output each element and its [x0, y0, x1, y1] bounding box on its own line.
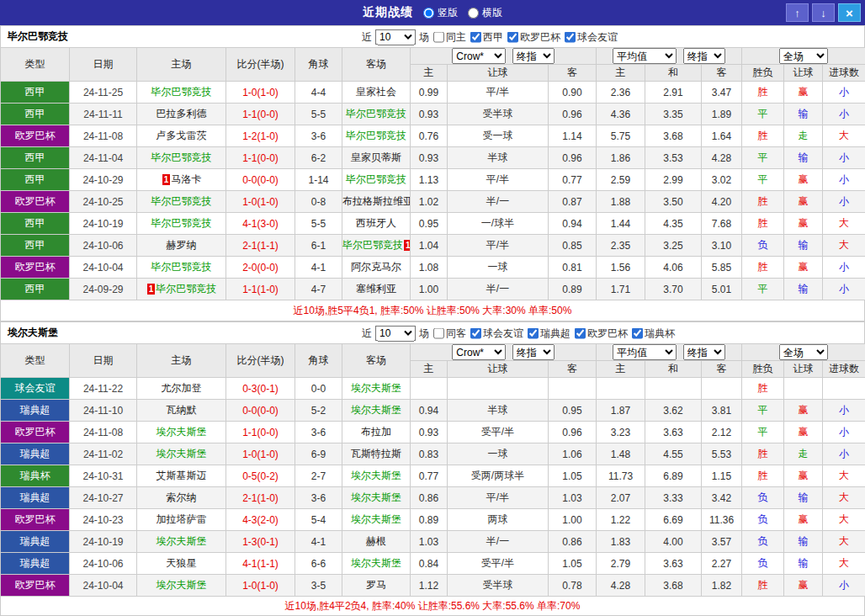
- full-match-select[interactable]: 全场: [779, 344, 828, 360]
- match-score[interactable]: 1-1(0-0): [226, 147, 295, 169]
- home-team[interactable]: 1毕尔巴鄂竞技: [137, 279, 226, 300]
- average-select[interactable]: 平均值: [613, 48, 677, 64]
- away-team[interactable]: 埃尔夫斯堡: [342, 487, 411, 509]
- home-team[interactable]: 毕尔巴鄂竞技: [137, 257, 226, 279]
- home-team[interactable]: 1马洛卡: [137, 169, 226, 191]
- away-team[interactable]: 皇家贝蒂斯: [342, 147, 411, 169]
- league-filter[interactable]: 瑞典杯: [632, 326, 676, 340]
- home-team[interactable]: 埃尔夫斯堡: [137, 575, 226, 597]
- home-team[interactable]: 艾斯基斯迈: [137, 465, 226, 487]
- home-team[interactable]: 赫罗纳: [137, 235, 226, 257]
- away-team[interactable]: 罗马: [342, 575, 411, 597]
- close-button[interactable]: ×: [838, 3, 861, 22]
- final-odds-select-2[interactable]: 终指: [683, 344, 725, 360]
- match-score[interactable]: 1-0(1-0): [226, 191, 295, 213]
- league-filter-checkbox[interactable]: [575, 327, 586, 338]
- match-count-select[interactable]: 10: [375, 29, 416, 45]
- avg-home-odds: 2.36: [597, 82, 645, 104]
- layout-vertical-radio[interactable]: [423, 8, 434, 19]
- away-team[interactable]: 塞维利亚: [342, 279, 411, 300]
- away-team[interactable]: 赫根: [342, 531, 411, 553]
- match-score[interactable]: 1-1(0-0): [226, 104, 295, 125]
- home-team[interactable]: 毕尔巴鄂竞技: [137, 82, 226, 104]
- scroll-down-button[interactable]: ↓: [812, 3, 835, 22]
- full-match-select[interactable]: 全场: [779, 48, 828, 64]
- match-score[interactable]: 0-5(0-2): [226, 465, 295, 487]
- away-team[interactable]: 瓦斯特拉斯: [342, 443, 411, 465]
- away-team[interactable]: 阿尔克马尔: [342, 257, 411, 279]
- home-team[interactable]: 索尔纳: [137, 487, 226, 509]
- home-team[interactable]: 加拉塔萨雷: [137, 509, 226, 531]
- match-score[interactable]: 4-1(1-1): [226, 553, 295, 575]
- home-team[interactable]: 埃尔夫斯堡: [137, 443, 226, 465]
- same-venue-filter[interactable]: 同主: [433, 29, 467, 44]
- final-odds-select[interactable]: 终指: [512, 48, 555, 64]
- league-filter[interactable]: 欧罗巴杯: [507, 29, 561, 44]
- away-team[interactable]: 西班牙人: [342, 213, 411, 235]
- away-team[interactable]: 埃尔夫斯堡: [342, 553, 411, 575]
- final-odds-select-2[interactable]: 终指: [683, 48, 725, 64]
- league-filter-checkbox[interactable]: [565, 31, 576, 42]
- match-score[interactable]: 1-2(1-0): [226, 125, 295, 147]
- same-venue-filter-checkbox[interactable]: [433, 327, 444, 338]
- home-team[interactable]: 毕尔巴鄂竞技: [137, 213, 226, 235]
- match-score[interactable]: 0-3(0-1): [226, 378, 295, 400]
- away-team[interactable]: 埃尔夫斯堡: [342, 465, 411, 487]
- layout-vertical-option[interactable]: 竖版: [423, 6, 458, 20]
- bookmaker-select[interactable]: Crow*: [452, 344, 506, 360]
- match-score[interactable]: 1-0(1-0): [226, 575, 295, 597]
- match-score[interactable]: 0-0(0-0): [226, 400, 295, 422]
- home-team[interactable]: 天狼星: [137, 553, 226, 575]
- same-venue-filter[interactable]: 同客: [433, 326, 467, 340]
- home-team[interactable]: 毕尔巴鄂竞技: [137, 191, 226, 213]
- final-odds-select[interactable]: 终指: [512, 344, 555, 360]
- league-filter[interactable]: 球会友谊: [470, 326, 524, 340]
- average-select[interactable]: 平均值: [613, 344, 677, 360]
- league-filter-checkbox[interactable]: [507, 31, 518, 42]
- match-score[interactable]: 1-0(1-0): [226, 443, 295, 465]
- scroll-up-button[interactable]: ↑: [786, 3, 809, 22]
- away-team[interactable]: 毕尔巴鄂竞技: [342, 125, 411, 147]
- match-score[interactable]: 1-3(0-1): [226, 531, 295, 553]
- home-team[interactable]: 埃尔夫斯堡: [137, 422, 226, 443]
- home-team[interactable]: 尤尔加登: [137, 378, 226, 400]
- league-filter[interactable]: 球会友谊: [565, 29, 618, 44]
- match-score[interactable]: 2-1(1-1): [226, 235, 295, 257]
- away-team[interactable]: 埃尔夫斯堡: [342, 509, 411, 531]
- league-filter[interactable]: 瑞典超: [528, 326, 571, 340]
- away-team[interactable]: 布拉格斯拉维亚: [342, 191, 411, 213]
- home-team[interactable]: 埃尔夫斯堡: [137, 531, 226, 553]
- layout-horizontal-option[interactable]: 横版: [468, 6, 502, 20]
- home-team[interactable]: 瓦纳默: [137, 400, 226, 422]
- league-filter[interactable]: 西甲: [470, 29, 504, 44]
- away-team[interactable]: 埃尔夫斯堡: [342, 378, 411, 400]
- bookmaker-select[interactable]: Crow*: [452, 48, 506, 64]
- match-score[interactable]: 2-0(0-0): [226, 257, 295, 279]
- match-score[interactable]: 1-0(1-0): [226, 82, 295, 104]
- same-venue-filter-checkbox[interactable]: [433, 31, 444, 42]
- match-count-select[interactable]: 10: [375, 325, 416, 341]
- home-odds: 0.86: [411, 487, 448, 509]
- match-score[interactable]: 0-0(0-0): [226, 169, 295, 191]
- away-team[interactable]: 埃尔夫斯堡: [342, 400, 411, 422]
- league-filter-checkbox[interactable]: [528, 327, 539, 338]
- away-team[interactable]: 毕尔巴鄂竞技1: [342, 235, 411, 257]
- league-filter-checkbox[interactable]: [470, 327, 481, 338]
- home-team[interactable]: 巴拉多利德: [137, 104, 226, 125]
- home-team[interactable]: 毕尔巴鄂竞技: [137, 147, 226, 169]
- match-score[interactable]: 2-1(1-0): [226, 487, 295, 509]
- match-score[interactable]: 4-3(2-0): [226, 509, 295, 531]
- league-filter-checkbox[interactable]: [632, 327, 643, 338]
- league-filter[interactable]: 欧罗巴杯: [575, 326, 629, 340]
- away-team[interactable]: 布拉加: [342, 422, 411, 443]
- away-team[interactable]: 皇家社会: [342, 82, 411, 104]
- match-score[interactable]: 1-1(1-0): [226, 279, 295, 300]
- match-score[interactable]: 1-1(0-0): [226, 422, 295, 443]
- match-row: 球会友谊24-11-22尤尔加登0-3(0-1)0-0埃尔夫斯堡胜: [1, 378, 865, 400]
- away-team[interactable]: 毕尔巴鄂竞技: [342, 169, 411, 191]
- away-team[interactable]: 毕尔巴鄂竞技: [342, 104, 411, 125]
- home-team[interactable]: 卢多戈雷茨: [137, 125, 226, 147]
- layout-horizontal-radio[interactable]: [468, 8, 479, 19]
- league-filter-checkbox[interactable]: [470, 31, 481, 42]
- match-score[interactable]: 4-1(3-0): [226, 213, 295, 235]
